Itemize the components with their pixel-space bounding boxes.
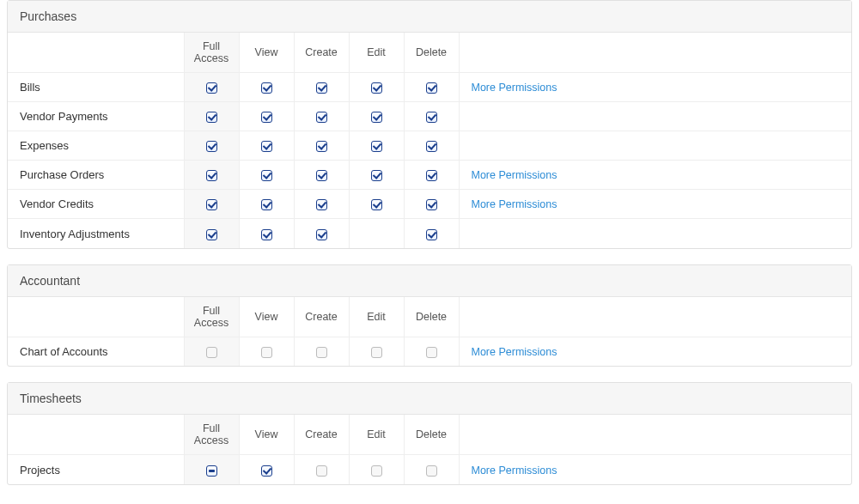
checkbox[interactable]	[316, 465, 327, 477]
checkbox-cell	[239, 190, 294, 219]
more-cell: More Permissions	[459, 190, 851, 219]
checkbox-cell	[294, 161, 349, 190]
permissions-table: FullAccessViewCreateEditDeleteProjectsMo…	[8, 415, 851, 484]
checkbox-cell	[349, 190, 404, 219]
column-header: View	[239, 297, 294, 337]
checkbox[interactable]	[206, 170, 217, 181]
checkbox[interactable]	[371, 141, 382, 152]
checkbox[interactable]	[206, 82, 217, 94]
more-permissions-link[interactable]: More Permissions	[472, 346, 557, 358]
checkbox-cell	[239, 102, 294, 131]
checkbox[interactable]	[371, 170, 382, 181]
checkbox[interactable]	[316, 141, 327, 152]
checkbox[interactable]	[206, 229, 217, 240]
row-label: Inventory Adjustments	[8, 219, 184, 248]
table-row: Expenses	[8, 131, 851, 161]
checkbox[interactable]	[426, 465, 437, 477]
column-header: Create	[294, 297, 349, 337]
checkbox[interactable]	[206, 199, 217, 210]
more-permissions-link[interactable]: More Permissions	[472, 82, 557, 94]
column-header	[8, 297, 184, 337]
checkbox[interactable]	[261, 347, 272, 358]
row-label: Bills	[8, 73, 184, 102]
row-label: Projects	[8, 455, 184, 484]
more-permissions-link[interactable]: More Permissions	[472, 465, 557, 477]
table-row: ProjectsMore Permissions	[8, 455, 851, 484]
checkbox-cell	[184, 102, 239, 131]
more-cell: More Permissions	[459, 161, 851, 190]
column-header: Edit	[349, 415, 404, 455]
column-header: Delete	[404, 415, 459, 455]
checkbox[interactable]	[261, 112, 272, 123]
checkbox[interactable]	[426, 170, 437, 181]
more-cell: More Permissions	[459, 337, 851, 366]
column-header	[459, 33, 851, 73]
row-label: Vendor Credits	[8, 190, 184, 219]
checkbox[interactable]	[371, 82, 382, 94]
permissions-table: FullAccessViewCreateEditDeleteChart of A…	[8, 297, 851, 367]
table-row: Vendor Payments	[8, 102, 851, 131]
column-header	[8, 33, 184, 73]
checkbox-cell	[404, 73, 459, 102]
checkbox[interactable]	[206, 465, 217, 477]
checkbox-cell	[404, 455, 459, 484]
checkbox[interactable]	[316, 82, 327, 94]
table-row: Inventory Adjustments	[8, 219, 851, 248]
permissions-section: TimesheetsFullAccessViewCreateEditDelete…	[7, 382, 852, 485]
checkbox[interactable]	[426, 229, 437, 240]
permissions-section: AccountantFullAccessViewCreateEditDelete…	[7, 264, 852, 367]
table-row: Purchase OrdersMore Permissions	[8, 161, 851, 190]
checkbox[interactable]	[426, 112, 437, 123]
table-row: Chart of AccountsMore Permissions	[8, 337, 851, 366]
checkbox-cell	[184, 337, 239, 366]
checkbox[interactable]	[316, 347, 327, 358]
section-title: Timesheets	[8, 383, 851, 415]
checkbox[interactable]	[371, 199, 382, 210]
checkbox[interactable]	[206, 141, 217, 152]
section-title: Accountant	[8, 265, 851, 297]
column-header: Edit	[349, 297, 404, 337]
column-header: Delete	[404, 297, 459, 337]
checkbox[interactable]	[371, 465, 382, 477]
checkbox-cell	[184, 219, 239, 248]
checkbox-cell	[294, 219, 349, 248]
checkbox[interactable]	[371, 347, 382, 358]
row-label: Expenses	[8, 131, 184, 161]
checkbox[interactable]	[316, 229, 327, 240]
checkbox[interactable]	[261, 82, 272, 94]
row-label: Vendor Payments	[8, 102, 184, 131]
checkbox-cell	[239, 455, 294, 484]
checkbox-cell	[294, 131, 349, 161]
column-header: Edit	[349, 33, 404, 73]
checkbox[interactable]	[316, 199, 327, 210]
column-header	[459, 297, 851, 337]
checkbox-cell	[404, 190, 459, 219]
more-permissions-link[interactable]: More Permissions	[472, 169, 557, 181]
checkbox[interactable]	[426, 82, 437, 94]
more-cell: More Permissions	[459, 455, 851, 484]
checkbox-cell	[404, 219, 459, 248]
checkbox[interactable]	[316, 170, 327, 181]
checkbox[interactable]	[261, 141, 272, 152]
checkbox[interactable]	[261, 170, 272, 181]
checkbox[interactable]	[371, 112, 382, 123]
checkbox[interactable]	[261, 465, 272, 477]
checkbox[interactable]	[261, 199, 272, 210]
checkbox[interactable]	[261, 229, 272, 240]
checkbox[interactable]	[206, 112, 217, 123]
checkbox-cell	[404, 337, 459, 366]
column-header	[8, 415, 184, 455]
table-row: Vendor CreditsMore Permissions	[8, 190, 851, 219]
section-title: Purchases	[8, 1, 851, 33]
checkbox-cell	[239, 73, 294, 102]
checkbox[interactable]	[426, 199, 437, 210]
checkbox[interactable]	[426, 141, 437, 152]
checkbox-cell	[184, 455, 239, 484]
more-permissions-link[interactable]: More Permissions	[472, 198, 557, 210]
checkbox[interactable]	[316, 112, 327, 123]
checkbox[interactable]	[206, 347, 217, 358]
more-cell	[459, 102, 851, 131]
checkbox-cell	[349, 73, 404, 102]
checkbox-cell	[184, 190, 239, 219]
checkbox[interactable]	[426, 347, 437, 358]
